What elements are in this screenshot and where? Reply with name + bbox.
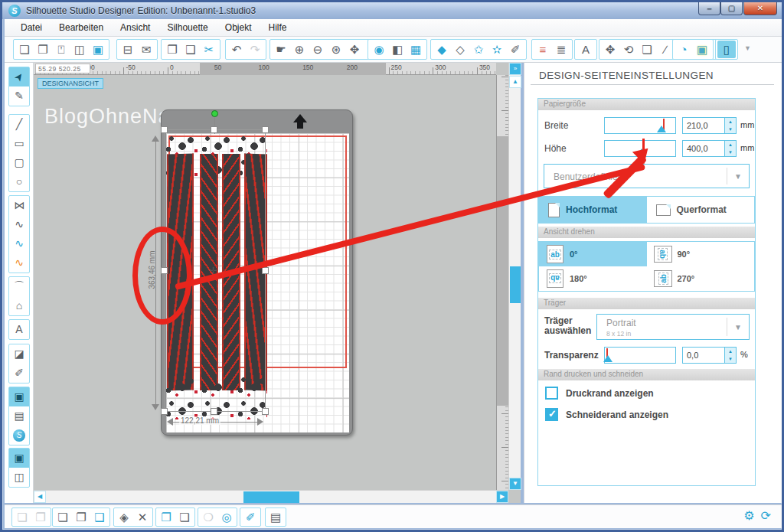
- page-settings-icon[interactable]: ▯: [717, 41, 736, 58]
- selection-handle[interactable]: [211, 126, 217, 133]
- zoom-in-icon[interactable]: ⊕: [290, 41, 309, 58]
- eraser-tool-icon[interactable]: ◪: [9, 344, 29, 364]
- panel-expand-button[interactable]: »: [509, 63, 521, 75]
- library-panel-icon[interactable]: ▤: [9, 406, 29, 426]
- line-tool-icon[interactable]: ╱: [9, 115, 29, 134]
- menu-item[interactable]: Bearbeiten: [51, 20, 112, 35]
- scale-icon[interactable]: ❏: [638, 41, 656, 58]
- horizontal-scroll-thumb[interactable]: [243, 491, 299, 503]
- send-to-silhouette-icon[interactable]: ✉: [137, 41, 155, 58]
- toolbar-overflow-caret[interactable]: ▼: [741, 44, 754, 52]
- shape-solid-icon[interactable]: ◆: [433, 41, 451, 58]
- selection-handle[interactable]: [161, 126, 168, 133]
- move-icon[interactable]: ✥: [601, 41, 619, 58]
- selection-handle[interactable]: [161, 408, 168, 415]
- rectangle-tool-icon[interactable]: ▭: [9, 134, 29, 153]
- zoom-out-icon[interactable]: ⊖: [309, 41, 327, 58]
- pan-tool-icon[interactable]: ☛: [272, 41, 290, 58]
- store-panel-icon[interactable]: S: [9, 426, 29, 445]
- delete-icon[interactable]: ✕: [133, 508, 152, 526]
- edit-points-tool-icon[interactable]: ✎: [9, 86, 29, 106]
- arc-tool-icon[interactable]: ⌒: [9, 277, 29, 296]
- open-mat-icon[interactable]: ⍞: [52, 41, 70, 58]
- duplicate-left-icon[interactable]: ❏: [54, 508, 72, 526]
- cut-border-checkbox[interactable]: [545, 408, 558, 421]
- selection-handle[interactable]: [262, 126, 269, 133]
- gradient-fill-icon[interactable]: ◧: [388, 41, 407, 58]
- origin-dot[interactable]: [211, 110, 218, 117]
- pan-zoom-icon[interactable]: ✥: [345, 41, 364, 58]
- curve-tool-icon[interactable]: ∿: [9, 215, 29, 234]
- ungroup-icon[interactable]: ❐: [31, 508, 50, 526]
- menu-item[interactable]: Ansicht: [112, 20, 158, 35]
- text-tool-icon[interactable]: A: [9, 320, 29, 339]
- duplicate-right-icon[interactable]: ❐: [72, 508, 90, 526]
- fill-color-icon[interactable]: ◉: [370, 41, 388, 58]
- copy-icon[interactable]: ❐: [163, 41, 181, 58]
- ellipse-tool-icon[interactable]: ○: [9, 172, 29, 191]
- height-spinner[interactable]: ▲▼: [725, 140, 737, 157]
- maximize-button[interactable]: ▢: [720, 2, 743, 15]
- line-color-icon[interactable]: ≡: [534, 41, 552, 58]
- menu-item[interactable]: Hilfe: [260, 20, 295, 35]
- scroll-left-button[interactable]: ◀: [34, 491, 46, 503]
- mat-select-dropdown[interactable]: Portrait 8 x 12 in ▼: [596, 314, 750, 340]
- scroll-right-button[interactable]: ▶: [496, 491, 508, 503]
- new-document-icon[interactable]: ❏: [15, 41, 34, 58]
- height-value-input[interactable]: 400,0: [682, 140, 725, 157]
- layers-icon[interactable]: ▤: [266, 508, 285, 526]
- landscape-option[interactable]: Querformat: [647, 197, 755, 223]
- weld-icon[interactable]: ◈: [115, 508, 133, 526]
- design-canvas[interactable]: -150-100-50050100150200250300350 55.29 5…: [34, 63, 521, 503]
- print-icon[interactable]: ⊟: [119, 41, 137, 58]
- vertical-scrollbar[interactable]: » ▲ ▼: [508, 63, 521, 490]
- rotate-90-option[interactable]: ab 90°: [647, 242, 755, 266]
- regular-polygon-tool-icon[interactable]: ⌂: [9, 296, 29, 315]
- modify-weld-icon[interactable]: ▣: [693, 41, 711, 58]
- portrait-option[interactable]: Hochformat: [539, 197, 647, 223]
- rotate-180-option[interactable]: ab 180°: [539, 266, 647, 291]
- menu-item[interactable]: Datei: [12, 20, 51, 35]
- selection-handle[interactable]: [262, 408, 269, 415]
- cut-icon[interactable]: ✂: [200, 41, 218, 58]
- group-icon[interactable]: ❏: [13, 508, 31, 526]
- width-slider[interactable]: [604, 117, 676, 134]
- bring-forward-icon[interactable]: ❐: [157, 508, 175, 526]
- mirror-copy-icon[interactable]: ❑: [90, 508, 109, 526]
- transparency-value-input[interactable]: 0,0: [682, 347, 725, 364]
- text-style-icon[interactable]: A: [577, 41, 595, 58]
- shape-draw-icon[interactable]: ✐: [506, 41, 524, 58]
- scroll-down-button[interactable]: ▼: [509, 478, 521, 490]
- width-spinner[interactable]: ▲▼: [725, 117, 737, 134]
- polygon-tool-icon[interactable]: ⋈: [9, 196, 29, 215]
- open-icon[interactable]: ❐: [34, 41, 52, 58]
- menu-item[interactable]: Objekt: [217, 20, 260, 35]
- fill-picker-icon[interactable]: ✐: [241, 508, 260, 526]
- scroll-up-button[interactable]: ▲: [509, 76, 521, 88]
- menu-item[interactable]: Silhouette: [158, 20, 216, 35]
- width-slider-handle[interactable]: [657, 126, 666, 132]
- shape-options-icon[interactable]: ❍: [199, 508, 217, 526]
- horizontal-scrollbar[interactable]: ◀ ▶: [34, 490, 508, 503]
- undo-icon[interactable]: ↶: [227, 41, 246, 58]
- settings-gear-icon[interactable]: ⚙: [743, 508, 754, 523]
- selection-handle[interactable]: [262, 267, 269, 274]
- pattern-fill-icon[interactable]: ▦: [407, 41, 425, 58]
- knife-tool-icon[interactable]: ✐: [9, 364, 29, 383]
- paste-icon[interactable]: ❑: [181, 41, 200, 58]
- rotate-270-option[interactable]: ab 270°: [647, 266, 755, 291]
- smooth-freehand-tool-icon[interactable]: ∿: [9, 253, 29, 273]
- registration-marks-icon[interactable]: ◎: [217, 508, 236, 526]
- save-icon[interactable]: ◫: [70, 41, 89, 58]
- transparency-spinner[interactable]: ▲▼: [725, 347, 737, 364]
- minimize-button[interactable]: –: [698, 2, 720, 15]
- send-to-back-icon[interactable]: ◔: [675, 41, 693, 58]
- transparency-slider[interactable]: [604, 347, 676, 364]
- star-outline-icon[interactable]: ✩: [469, 41, 488, 58]
- single-view-icon[interactable]: ▣: [9, 449, 29, 468]
- print-border-checkbox[interactable]: [545, 387, 558, 400]
- send-backward-icon[interactable]: ❏: [175, 508, 194, 526]
- rounded-rectangle-tool-icon[interactable]: ▢: [9, 153, 29, 172]
- rotate-icon[interactable]: ⟲: [619, 41, 638, 58]
- zoom-selection-icon[interactable]: ⊛: [327, 41, 345, 58]
